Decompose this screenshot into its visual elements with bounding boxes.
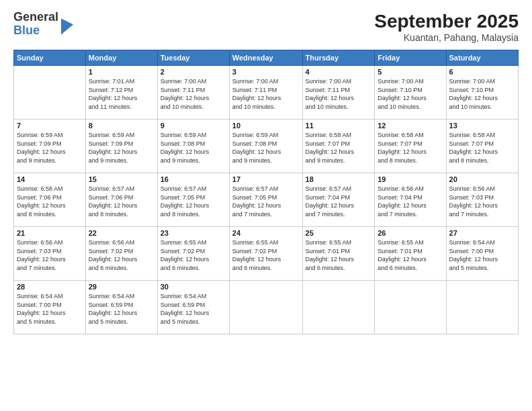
calendar-cell (375, 281, 446, 334)
day-info: Sunrise: 7:00 AM Sunset: 7:11 PM Dayligh… (232, 77, 300, 111)
day-number: 18 (306, 175, 372, 183)
calendar-cell (229, 281, 302, 334)
calendar-cell: 26Sunrise: 6:55 AM Sunset: 7:01 PM Dayli… (375, 227, 446, 281)
logo: General Blue (13, 11, 73, 38)
day-number: 15 (89, 175, 154, 183)
calendar-cell: 13Sunrise: 6:58 AM Sunset: 7:07 PM Dayli… (446, 120, 518, 173)
day-info: Sunrise: 6:58 AM Sunset: 7:07 PM Dayligh… (449, 131, 515, 165)
day-number: 28 (17, 283, 83, 291)
day-info: Sunrise: 6:57 AM Sunset: 7:04 PM Dayligh… (306, 185, 372, 218)
day-info: Sunrise: 6:54 AM Sunset: 7:00 PM Dayligh… (449, 238, 515, 272)
logo-text: General Blue (13, 11, 58, 38)
day-number: 24 (232, 229, 300, 237)
col-monday: Monday (85, 50, 157, 66)
day-info: Sunrise: 6:57 AM Sunset: 7:05 PM Dayligh… (161, 185, 226, 218)
day-number: 19 (378, 175, 443, 183)
day-number: 17 (232, 175, 300, 183)
day-number: 21 (17, 229, 83, 237)
calendar-cell: 6Sunrise: 7:00 AM Sunset: 7:10 PM Daylig… (446, 66, 518, 120)
header: General Blue September 2025 Kuantan, Pah… (13, 11, 519, 43)
day-number: 25 (306, 229, 372, 237)
day-info: Sunrise: 6:54 AM Sunset: 7:00 PM Dayligh… (17, 292, 83, 326)
day-number: 20 (449, 175, 515, 183)
calendar-cell: 11Sunrise: 6:58 AM Sunset: 7:07 PM Dayli… (302, 120, 375, 173)
day-number: 10 (232, 122, 300, 130)
day-info: Sunrise: 6:59 AM Sunset: 7:08 PM Dayligh… (232, 131, 300, 165)
day-info: Sunrise: 6:55 AM Sunset: 7:02 PM Dayligh… (232, 238, 300, 272)
day-number: 23 (161, 229, 226, 237)
day-number: 5 (378, 68, 443, 76)
calendar-cell: 5Sunrise: 7:00 AM Sunset: 7:10 PM Daylig… (375, 66, 446, 120)
calendar-cell: 25Sunrise: 6:55 AM Sunset: 7:01 PM Dayli… (302, 227, 375, 281)
day-info: Sunrise: 6:56 AM Sunset: 7:03 PM Dayligh… (17, 238, 83, 272)
day-info: Sunrise: 6:58 AM Sunset: 7:07 PM Dayligh… (378, 131, 443, 165)
calendar-cell: 9Sunrise: 6:59 AM Sunset: 7:08 PM Daylig… (157, 120, 229, 173)
title-block: September 2025 Kuantan, Pahang, Malaysia (374, 11, 519, 43)
day-number: 29 (89, 283, 154, 291)
calendar-header-row: Sunday Monday Tuesday Wednesday Thursday… (14, 50, 519, 66)
day-number: 2 (161, 68, 226, 76)
day-number: 4 (306, 68, 372, 76)
calendar-cell: 15Sunrise: 6:57 AM Sunset: 7:06 PM Dayli… (85, 173, 157, 227)
day-number: 8 (89, 122, 154, 130)
day-info: Sunrise: 7:00 AM Sunset: 7:11 PM Dayligh… (306, 77, 372, 111)
calendar-cell (14, 66, 86, 120)
day-number: 3 (232, 68, 300, 76)
day-number: 11 (306, 122, 372, 130)
calendar-week-1: 1Sunrise: 7:01 AM Sunset: 7:12 PM Daylig… (14, 66, 519, 120)
page-title: September 2025 (374, 11, 519, 32)
day-info: Sunrise: 6:59 AM Sunset: 7:09 PM Dayligh… (89, 131, 154, 165)
day-info: Sunrise: 7:00 AM Sunset: 7:10 PM Dayligh… (449, 77, 515, 111)
logo-text-block: General Blue (13, 11, 73, 38)
calendar-cell: 30Sunrise: 6:54 AM Sunset: 6:59 PM Dayli… (157, 281, 229, 334)
day-info: Sunrise: 6:55 AM Sunset: 7:02 PM Dayligh… (161, 238, 226, 272)
day-number: 9 (161, 122, 226, 130)
col-friday: Friday (375, 50, 446, 66)
day-number: 14 (17, 175, 83, 183)
logo-icon (61, 16, 73, 34)
calendar-table: Sunday Monday Tuesday Wednesday Thursday… (13, 50, 519, 334)
calendar-cell: 19Sunrise: 6:56 AM Sunset: 7:04 PM Dayli… (375, 173, 446, 227)
day-number: 6 (449, 68, 515, 76)
day-info: Sunrise: 6:56 AM Sunset: 7:04 PM Dayligh… (378, 185, 443, 218)
calendar-cell: 7Sunrise: 6:59 AM Sunset: 7:09 PM Daylig… (14, 120, 86, 173)
calendar-cell: 16Sunrise: 6:57 AM Sunset: 7:05 PM Dayli… (157, 173, 229, 227)
day-info: Sunrise: 7:00 AM Sunset: 7:11 PM Dayligh… (161, 77, 226, 111)
calendar-cell: 29Sunrise: 6:54 AM Sunset: 6:59 PM Dayli… (85, 281, 157, 334)
calendar-cell: 14Sunrise: 6:58 AM Sunset: 7:06 PM Dayli… (14, 173, 86, 227)
day-number: 7 (17, 122, 83, 130)
day-info: Sunrise: 7:00 AM Sunset: 7:10 PM Dayligh… (378, 77, 443, 111)
calendar-cell: 24Sunrise: 6:55 AM Sunset: 7:02 PM Dayli… (229, 227, 302, 281)
day-info: Sunrise: 6:56 AM Sunset: 7:02 PM Dayligh… (89, 238, 154, 272)
calendar-cell: 8Sunrise: 6:59 AM Sunset: 7:09 PM Daylig… (85, 120, 157, 173)
calendar-cell: 21Sunrise: 6:56 AM Sunset: 7:03 PM Dayli… (14, 227, 86, 281)
day-number: 13 (449, 122, 515, 130)
calendar-cell: 1Sunrise: 7:01 AM Sunset: 7:12 PM Daylig… (85, 66, 157, 120)
day-number: 27 (449, 229, 515, 237)
day-number: 30 (161, 283, 226, 291)
day-info: Sunrise: 6:56 AM Sunset: 7:03 PM Dayligh… (449, 185, 515, 218)
day-info: Sunrise: 6:58 AM Sunset: 7:06 PM Dayligh… (17, 185, 83, 218)
calendar-cell: 17Sunrise: 6:57 AM Sunset: 7:05 PM Dayli… (229, 173, 302, 227)
calendar-cell: 4Sunrise: 7:00 AM Sunset: 7:11 PM Daylig… (302, 66, 375, 120)
calendar-cell (302, 281, 375, 334)
day-number: 12 (378, 122, 443, 130)
day-info: Sunrise: 6:54 AM Sunset: 6:59 PM Dayligh… (89, 292, 154, 326)
calendar-cell: 2Sunrise: 7:00 AM Sunset: 7:11 PM Daylig… (157, 66, 229, 120)
col-thursday: Thursday (302, 50, 375, 66)
col-saturday: Saturday (446, 50, 518, 66)
col-wednesday: Wednesday (229, 50, 302, 66)
day-info: Sunrise: 6:54 AM Sunset: 6:59 PM Dayligh… (161, 292, 226, 326)
calendar-cell (446, 281, 518, 334)
day-info: Sunrise: 6:59 AM Sunset: 7:08 PM Dayligh… (161, 131, 226, 165)
day-number: 1 (89, 68, 154, 76)
day-info: Sunrise: 6:55 AM Sunset: 7:01 PM Dayligh… (306, 238, 372, 272)
col-sunday: Sunday (14, 50, 86, 66)
calendar-cell: 27Sunrise: 6:54 AM Sunset: 7:00 PM Dayli… (446, 227, 518, 281)
col-tuesday: Tuesday (157, 50, 229, 66)
day-number: 22 (89, 229, 154, 237)
calendar-cell: 23Sunrise: 6:55 AM Sunset: 7:02 PM Dayli… (157, 227, 229, 281)
calendar-week-3: 14Sunrise: 6:58 AM Sunset: 7:06 PM Dayli… (14, 173, 519, 227)
day-info: Sunrise: 7:01 AM Sunset: 7:12 PM Dayligh… (89, 77, 154, 111)
calendar-week-4: 21Sunrise: 6:56 AM Sunset: 7:03 PM Dayli… (14, 227, 519, 281)
